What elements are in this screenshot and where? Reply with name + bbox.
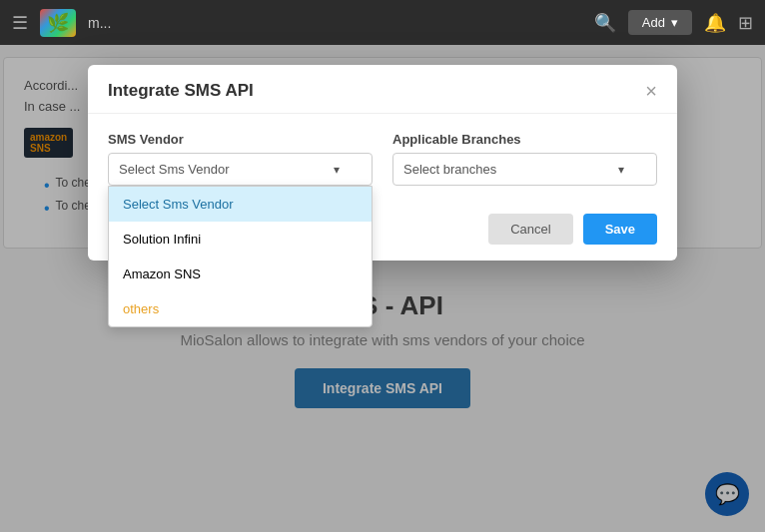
modal-close-button[interactable]: × xyxy=(645,81,657,101)
sms-vendor-select-wrapper: Select Sms Vendor ▾ Select Sms Vendor So… xyxy=(108,153,373,186)
sms-vendor-dropdown: Select Sms Vendor Solution Infini Amazon… xyxy=(108,186,373,327)
applicable-branches-label: Applicable Branches xyxy=(392,132,657,147)
modal-title: Integrate SMS API xyxy=(108,81,254,101)
dropdown-item-amazon-sns[interactable]: Amazon SNS xyxy=(109,257,372,291)
modal-body: SMS Vendor Select Sms Vendor ▾ Select Sm… xyxy=(88,114,677,204)
modal-header: Integrate SMS API × xyxy=(88,65,677,114)
brand-name: m... xyxy=(88,15,111,31)
sms-vendor-select[interactable]: Select Sms Vendor ▾ xyxy=(108,153,373,186)
top-nav: ☰ 🌿 m... 🔍 Add ▾ 🔔 ⊞ xyxy=(0,0,765,45)
sms-vendor-chevron: ▾ xyxy=(334,163,340,177)
branches-select[interactable]: Select branches ▾ xyxy=(392,153,657,186)
sms-vendor-group: SMS Vendor Select Sms Vendor ▾ Select Sm… xyxy=(108,132,373,186)
dropdown-item-solution-infini[interactable]: Solution Infini xyxy=(109,222,372,257)
search-icon[interactable]: 🔍 xyxy=(594,12,616,34)
logo: 🌿 xyxy=(40,9,76,37)
page-background: Accordi...In case ... amazonSNS • To che… xyxy=(0,45,765,532)
grid-icon[interactable]: ⊞ xyxy=(738,12,753,34)
dropdown-item-others[interactable]: others xyxy=(109,291,372,326)
bell-icon[interactable]: 🔔 xyxy=(704,12,726,34)
modal-fields-row: SMS Vendor Select Sms Vendor ▾ Select Sm… xyxy=(108,132,657,186)
logo-icon: 🌿 xyxy=(47,12,69,34)
branches-chevron: ▾ xyxy=(618,163,624,177)
branches-select-wrapper: Select branches ▾ xyxy=(392,153,657,186)
add-button[interactable]: Add ▾ xyxy=(628,10,692,35)
applicable-branches-group: Applicable Branches Select branches ▾ xyxy=(392,132,657,186)
branches-value: Select branches xyxy=(403,162,496,177)
sms-vendor-value: Select Sms Vendor xyxy=(119,162,230,177)
dropdown-item-select[interactable]: Select Sms Vendor xyxy=(109,187,372,222)
save-button[interactable]: Save xyxy=(583,214,657,245)
integrate-sms-modal: Integrate SMS API × SMS Vendor Select Sm… xyxy=(88,65,677,261)
hamburger-icon[interactable]: ☰ xyxy=(12,12,28,34)
cancel-button[interactable]: Cancel xyxy=(488,214,572,245)
sms-vendor-label: SMS Vendor xyxy=(108,132,373,147)
